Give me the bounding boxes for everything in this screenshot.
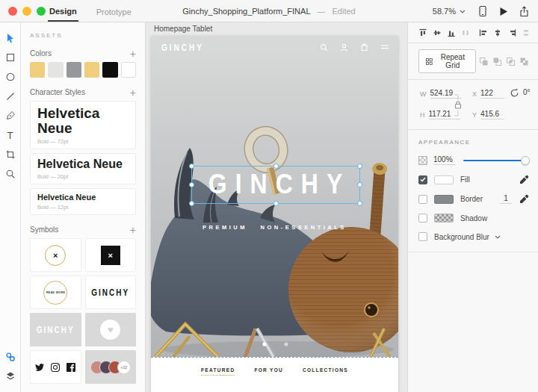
site-logo[interactable]: GINCHY [161, 42, 204, 52]
selection-handle[interactable] [357, 182, 362, 187]
shadow-checkbox[interactable] [418, 214, 427, 223]
play-preview-icon[interactable] [499, 7, 508, 16]
align-middle-icon[interactable] [433, 28, 442, 37]
color-swatch[interactable] [84, 62, 99, 78]
zoom-level-control[interactable]: 58.7% [433, 7, 466, 16]
share-icon[interactable] [519, 6, 529, 17]
add-symbol-button[interactable]: + [130, 226, 136, 234]
add-shape-icon[interactable] [479, 57, 489, 66]
selection-handle[interactable] [189, 164, 194, 169]
border-row: Border 1 [418, 194, 529, 204]
zoom-level-value: 58.7% [433, 7, 456, 16]
symbol-close-dark[interactable]: × [85, 238, 137, 272]
selection-handle[interactable] [273, 164, 279, 169]
distribute-horizontal-icon[interactable] [461, 28, 470, 37]
slider-knob[interactable] [521, 156, 530, 165]
symbol-social-links[interactable] [30, 350, 81, 384]
account-icon[interactable] [340, 43, 348, 52]
color-swatch[interactable] [48, 62, 63, 78]
align-bottom-icon[interactable] [447, 28, 456, 37]
subtract-shape-icon[interactable] [492, 57, 502, 66]
artboard-tool-icon[interactable] [1, 145, 19, 164]
character-style-item[interactable]: Helvetica Neue Bold — 72pt [30, 101, 136, 149]
color-swatch[interactable] [30, 62, 45, 78]
search-icon[interactable] [320, 43, 328, 52]
symbol-wordmark-inverse[interactable]: GINCHY [30, 313, 81, 346]
canvas-pasteboard[interactable]: Homepage Tablet [146, 22, 407, 392]
eyedropper-icon[interactable] [519, 175, 529, 184]
exclude-overlap-icon[interactable] [519, 57, 529, 66]
character-style-name: Helvetica Neue [37, 106, 129, 136]
site-header-icons [320, 43, 389, 52]
intersect-shape-icon[interactable] [506, 57, 516, 66]
fill-checkbox[interactable] [418, 175, 427, 184]
character-style-item[interactable]: Helvetica Neue Bold — 20pt [30, 153, 136, 184]
selection-handle[interactable] [357, 201, 362, 206]
repeat-grid-button[interactable]: Repeat Grid [418, 49, 476, 73]
width-label: W [420, 90, 427, 98]
symbol-wordmark[interactable]: GINCHY [85, 276, 137, 309]
pen-tool-icon[interactable] [1, 106, 19, 125]
select-tool-icon[interactable] [1, 28, 19, 48]
device-preview-icon[interactable] [477, 5, 488, 17]
rotation-input[interactable]: 0° [523, 88, 534, 98]
selection-handle[interactable] [189, 182, 194, 187]
align-center-icon[interactable] [493, 28, 502, 37]
repeat-grid-label: Repeat Grid [437, 53, 469, 69]
ellipse-tool-icon[interactable] [1, 67, 19, 87]
chevron-down-icon[interactable] [495, 235, 501, 239]
x-input[interactable]: 122 [480, 89, 504, 99]
opacity-input[interactable]: 100% [433, 155, 456, 165]
hero-subheadline[interactable]: PREMIUM NON-ESSENTIALS [151, 224, 398, 231]
selection-handle[interactable] [357, 164, 362, 169]
symbol-avatar-group[interactable]: +12 [85, 350, 137, 384]
color-swatch[interactable] [121, 62, 136, 78]
assets-header: ASSETS [30, 32, 136, 39]
line-tool-icon[interactable] [1, 87, 19, 106]
y-input[interactable]: 415.6 [480, 110, 504, 119]
character-style-item[interactable]: Helvetica Neue Bold — 12pt [30, 188, 136, 216]
twitter-icon [35, 363, 44, 372]
align-left-icon[interactable] [479, 28, 488, 37]
height-input[interactable]: 117.21 [429, 110, 460, 119]
document-name: Ginchy_Shopping_Platform_FINAL [182, 7, 310, 16]
add-color-button[interactable]: + [130, 50, 136, 57]
align-top-icon[interactable] [418, 28, 427, 37]
color-swatch[interactable] [102, 62, 117, 78]
symbol-read-more-button[interactable]: READ MORE [30, 276, 81, 309]
nav-item-collections[interactable]: COLLECTIONS [303, 367, 348, 376]
layers-panel-icon[interactable] [1, 367, 19, 386]
align-right-icon[interactable] [507, 28, 516, 37]
color-swatch[interactable] [67, 62, 81, 78]
shadow-chip[interactable] [434, 214, 454, 223]
eyedropper-icon[interactable] [519, 194, 529, 204]
character-style-spec: Bold — 12pt [37, 204, 129, 211]
background-blur-checkbox[interactable] [418, 232, 427, 241]
border-width-input[interactable]: 1 [500, 194, 512, 204]
nav-item-featured[interactable]: FEATURED [201, 367, 235, 376]
selection-handle[interactable] [189, 201, 194, 206]
opacity-slider[interactable] [463, 156, 529, 165]
symbol-close-light[interactable]: × [30, 238, 81, 272]
zoom-tool-icon[interactable] [1, 164, 19, 184]
symbol-favorite[interactable]: ♥ [85, 313, 137, 346]
facebook-icon [67, 363, 75, 372]
fill-color-chip[interactable] [434, 175, 454, 184]
add-character-style-button[interactable]: + [130, 89, 136, 96]
shadow-label: Shadow [460, 214, 487, 223]
selected-text-element[interactable]: GINCHY [191, 166, 360, 204]
y-label: Y [472, 111, 477, 119]
distribute-vertical-icon[interactable] [522, 28, 531, 37]
border-checkbox[interactable] [418, 195, 427, 204]
border-color-chip[interactable] [434, 195, 454, 204]
artboard-homepage-tablet[interactable]: GINCHY GINCHY PREMIUM N [151, 36, 398, 392]
artboard-label[interactable]: Homepage Tablet [154, 25, 212, 33]
selection-handle[interactable] [273, 201, 279, 206]
shopping-bag-icon[interactable] [360, 43, 368, 52]
assets-panel-icon[interactable] [1, 347, 19, 367]
menu-icon[interactable] [380, 44, 389, 50]
text-tool-icon[interactable]: T [1, 125, 19, 145]
nav-item-for-you[interactable]: FOR YOU [254, 367, 283, 376]
hero-headline: GINCHY [192, 164, 359, 206]
rectangle-tool-icon[interactable] [1, 48, 19, 67]
